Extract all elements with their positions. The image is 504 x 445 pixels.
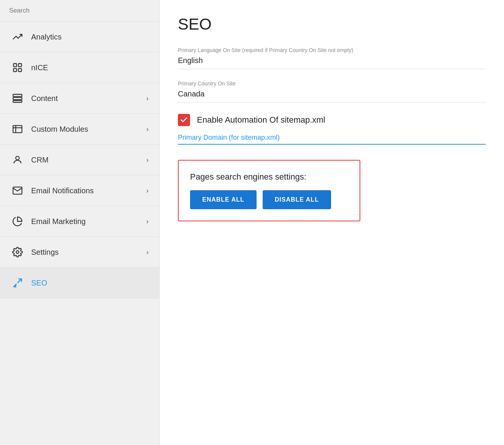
email-notifications-chevron-icon: › bbox=[146, 187, 149, 195]
primary-country-value: Canada bbox=[178, 90, 486, 103]
main-content: SEO Primary Language On Site (required i… bbox=[160, 0, 504, 445]
content-chevron-icon: › bbox=[146, 95, 149, 103]
sidebar: Analytics nICE bbox=[0, 0, 160, 445]
sidebar-item-custom-modules-label: Custom Modules bbox=[31, 125, 146, 134]
page-title: SEO bbox=[178, 15, 486, 33]
sidebar-item-content[interactable]: Content › bbox=[0, 83, 159, 114]
sidebar-item-email-notifications-label: Email Notifications bbox=[31, 186, 146, 195]
search-input[interactable] bbox=[9, 7, 150, 14]
search-engines-buttons: ENABLE ALL DISABLE ALL bbox=[190, 190, 348, 209]
content-icon bbox=[11, 92, 24, 105]
nice-icon bbox=[11, 61, 24, 74]
svg-point-11 bbox=[16, 251, 19, 254]
primary-language-value: English bbox=[178, 56, 486, 69]
search-engines-title: Pages search engines settings: bbox=[190, 172, 348, 182]
primary-language-label: Primary Language On Site (required if Pr… bbox=[178, 47, 486, 53]
enable-automation-label: Enable Automation Of sitemap.xml bbox=[197, 115, 325, 125]
svg-rect-4 bbox=[13, 95, 22, 97]
sidebar-item-email-notifications[interactable]: Email Notifications › bbox=[0, 175, 159, 206]
sidebar-item-content-label: Content bbox=[31, 94, 146, 103]
primary-language-field: Primary Language On Site (required if Pr… bbox=[178, 47, 486, 69]
enable-automation-checkbox[interactable] bbox=[178, 114, 190, 126]
settings-chevron-icon: › bbox=[146, 248, 149, 256]
primary-country-label: Primary Country On Site bbox=[178, 80, 486, 87]
sidebar-item-email-marketing[interactable]: Email Marketing › bbox=[0, 206, 159, 237]
search-engines-box: Pages search engines settings: ENABLE AL… bbox=[178, 160, 360, 221]
primary-country-field: Primary Country On Site Canada bbox=[178, 80, 486, 103]
sidebar-item-analytics[interactable]: Analytics bbox=[0, 22, 159, 52]
primary-domain-field: Primary Domain (for sitemap.xml) bbox=[178, 134, 486, 145]
svg-rect-5 bbox=[13, 98, 22, 100]
sidebar-item-seo-label: SEO bbox=[31, 279, 149, 287]
svg-rect-2 bbox=[14, 68, 17, 71]
disable-all-button[interactable]: DISABLE ALL bbox=[263, 190, 331, 209]
custom-modules-icon bbox=[11, 122, 24, 136]
email-marketing-chevron-icon: › bbox=[146, 218, 149, 226]
sidebar-item-crm-label: CRM bbox=[31, 156, 146, 164]
crm-icon bbox=[11, 153, 24, 167]
email-marketing-icon bbox=[11, 215, 24, 228]
crm-chevron-icon: › bbox=[146, 156, 149, 164]
svg-rect-6 bbox=[13, 101, 22, 103]
sidebar-item-nice[interactable]: nICE bbox=[0, 52, 159, 83]
sidebar-item-settings-label: Settings bbox=[31, 248, 146, 257]
primary-domain-underline bbox=[178, 144, 486, 145]
sidebar-item-custom-modules[interactable]: Custom Modules › bbox=[0, 114, 159, 145]
svg-rect-7 bbox=[13, 126, 22, 133]
svg-rect-3 bbox=[18, 68, 21, 71]
email-notifications-icon bbox=[11, 184, 24, 197]
analytics-icon bbox=[11, 30, 24, 44]
sidebar-item-nice-label: nICE bbox=[31, 63, 149, 72]
custom-modules-chevron-icon: › bbox=[146, 125, 149, 133]
sidebar-item-analytics-label: Analytics bbox=[31, 33, 149, 41]
seo-icon bbox=[11, 276, 24, 290]
sidebar-item-settings[interactable]: Settings › bbox=[0, 237, 159, 268]
svg-rect-0 bbox=[14, 64, 17, 67]
search-container bbox=[0, 0, 159, 22]
settings-icon bbox=[11, 245, 24, 259]
enable-all-button[interactable]: ENABLE ALL bbox=[190, 190, 257, 209]
svg-rect-1 bbox=[18, 64, 21, 67]
svg-point-10 bbox=[16, 156, 19, 160]
sidebar-item-seo[interactable]: SEO bbox=[0, 268, 159, 298]
primary-domain-link[interactable]: Primary Domain (for sitemap.xml) bbox=[178, 134, 280, 141]
enable-automation-row: Enable Automation Of sitemap.xml bbox=[178, 114, 486, 126]
sidebar-nav: Analytics nICE bbox=[0, 22, 159, 445]
sidebar-item-email-marketing-label: Email Marketing bbox=[31, 217, 146, 226]
sidebar-item-crm[interactable]: CRM › bbox=[0, 145, 159, 175]
